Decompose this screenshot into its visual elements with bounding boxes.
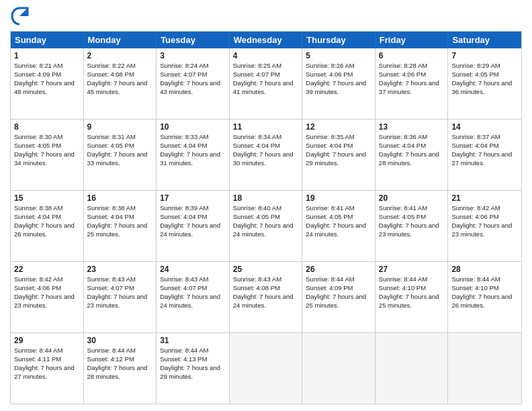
daylight: Daylight: 7 hours and 36 minutes.: [451, 79, 512, 95]
cal-cell-day-25: 25Sunrise: 8:43 AMSunset: 4:08 PMDayligh…: [230, 262, 303, 332]
cal-cell-day-31: 31Sunrise: 8:44 AMSunset: 4:13 PMDayligh…: [157, 333, 230, 404]
daylight: Daylight: 7 hours and 37 minutes.: [379, 79, 439, 95]
daylight: Daylight: 7 hours and 24 minutes.: [160, 293, 220, 309]
cal-week-2: 8Sunrise: 8:30 AMSunset: 4:05 PMDaylight…: [11, 120, 521, 191]
cal-cell-day-17: 17Sunrise: 8:39 AMSunset: 4:04 PMDayligh…: [157, 191, 230, 261]
sunrise: Sunrise: 8:43 AM: [87, 275, 136, 283]
daylight: Daylight: 7 hours and 24 minutes.: [233, 293, 294, 309]
daylight: Daylight: 7 hours and 23 minutes.: [14, 293, 75, 309]
sunset: Sunset: 4:06 PM: [306, 71, 353, 78]
sunrise: Sunrise: 8:22 AM: [87, 62, 136, 69]
sunrise: Sunrise: 8:39 AM: [160, 204, 208, 212]
daylight: Daylight: 7 hours and 25 minutes.: [87, 222, 148, 238]
sunset: Sunset: 4:10 PM: [451, 284, 498, 291]
cal-cell-day-5: 5Sunrise: 8:26 AMSunset: 4:06 PMDaylight…: [302, 48, 375, 119]
cal-week-3: 15Sunrise: 8:38 AMSunset: 4:04 PMDayligh…: [11, 191, 521, 262]
day-number: 1: [14, 50, 80, 61]
cal-cell-day-30: 30Sunrise: 8:44 AMSunset: 4:12 PMDayligh…: [84, 333, 157, 404]
cal-cell-day-12: 12Sunrise: 8:35 AMSunset: 4:04 PMDayligh…: [302, 120, 375, 190]
cal-week-4: 22Sunrise: 8:42 AMSunset: 4:06 PMDayligh…: [11, 262, 521, 333]
day-number: 26: [306, 264, 371, 275]
day-number: 8: [14, 122, 80, 132]
sunset: Sunset: 4:04 PM: [87, 213, 134, 220]
cal-header-friday: Friday: [375, 32, 449, 48]
sunset: Sunset: 4:05 PM: [87, 142, 134, 149]
cal-cell-day-1: 1Sunrise: 8:21 AMSunset: 4:09 PMDaylight…: [11, 48, 84, 119]
sunrise: Sunrise: 8:29 AM: [451, 62, 500, 69]
calendar-body: 1Sunrise: 8:21 AMSunset: 4:09 PMDaylight…: [11, 48, 521, 404]
day-number: 5: [306, 50, 371, 61]
daylight: Daylight: 7 hours and 24 minutes.: [233, 222, 294, 238]
svg-marker-0: [19, 8, 28, 16]
daylight: Daylight: 7 hours and 23 minutes.: [379, 222, 439, 238]
day-number: 16: [87, 193, 153, 203]
daylight: Daylight: 7 hours and 28 minutes.: [379, 150, 439, 167]
header: [10, 7, 522, 26]
sunrise: Sunrise: 8:30 AM: [14, 133, 62, 140]
cal-cell-day-6: 6Sunrise: 8:28 AMSunset: 4:06 PMDaylight…: [375, 48, 449, 119]
cal-header-tuesday: Tuesday: [157, 32, 230, 48]
sunset: Sunset: 4:07 PM: [160, 284, 207, 291]
sunrise: Sunrise: 8:25 AM: [233, 62, 281, 69]
cal-header-saturday: Saturday: [448, 32, 521, 48]
cal-cell-day-7: 7Sunrise: 8:29 AMSunset: 4:05 PMDaylight…: [448, 48, 521, 119]
sunrise: Sunrise: 8:34 AM: [233, 133, 281, 140]
cal-cell-day-18: 18Sunrise: 8:40 AMSunset: 4:05 PMDayligh…: [230, 191, 303, 261]
cal-cell-day-22: 22Sunrise: 8:42 AMSunset: 4:06 PMDayligh…: [11, 262, 84, 332]
cal-cell-day-16: 16Sunrise: 8:38 AMSunset: 4:04 PMDayligh…: [84, 191, 157, 261]
day-number: 19: [306, 193, 371, 203]
daylight: Daylight: 7 hours and 48 minutes.: [14, 79, 75, 95]
sunset: Sunset: 4:12 PM: [87, 355, 134, 363]
sunrise: Sunrise: 8:37 AM: [451, 133, 500, 140]
daylight: Daylight: 7 hours and 27 minutes.: [451, 150, 512, 167]
sunrise: Sunrise: 8:35 AM: [306, 133, 354, 140]
day-number: 22: [14, 264, 80, 275]
cal-cell-day-19: 19Sunrise: 8:41 AMSunset: 4:05 PMDayligh…: [302, 191, 375, 261]
sunset: Sunset: 4:05 PM: [233, 213, 280, 220]
sunrise: Sunrise: 8:42 AM: [14, 275, 62, 283]
sunrise: Sunrise: 8:44 AM: [14, 347, 62, 354]
cal-header-wednesday: Wednesday: [230, 32, 303, 48]
daylight: Daylight: 7 hours and 26 minutes.: [451, 293, 512, 309]
sunrise: Sunrise: 8:41 AM: [306, 204, 354, 212]
cal-week-5: 29Sunrise: 8:44 AMSunset: 4:11 PMDayligh…: [11, 333, 521, 404]
day-number: 29: [14, 335, 80, 346]
cal-cell-day-21: 21Sunrise: 8:42 AMSunset: 4:06 PMDayligh…: [448, 191, 521, 261]
sunset: Sunset: 4:06 PM: [451, 213, 498, 220]
cal-cell-empty: [302, 333, 375, 404]
cal-cell-day-27: 27Sunrise: 8:44 AMSunset: 4:10 PMDayligh…: [375, 262, 449, 332]
sunrise: Sunrise: 8:24 AM: [160, 62, 208, 69]
cal-cell-day-28: 28Sunrise: 8:44 AMSunset: 4:10 PMDayligh…: [448, 262, 521, 332]
sunset: Sunset: 4:04 PM: [233, 142, 280, 149]
day-number: 15: [14, 193, 80, 203]
sunset: Sunset: 4:05 PM: [14, 142, 61, 149]
sunrise: Sunrise: 8:41 AM: [379, 204, 427, 212]
daylight: Daylight: 7 hours and 30 minutes.: [233, 150, 294, 167]
sunrise: Sunrise: 8:21 AM: [14, 62, 62, 69]
sunrise: Sunrise: 8:44 AM: [160, 347, 208, 354]
day-number: 21: [451, 193, 518, 203]
sunset: Sunset: 4:10 PM: [379, 284, 426, 291]
sunrise: Sunrise: 8:40 AM: [233, 204, 281, 212]
day-number: 27: [379, 264, 445, 275]
sunrise: Sunrise: 8:26 AM: [306, 62, 354, 69]
daylight: Daylight: 7 hours and 41 minutes.: [233, 79, 294, 95]
sunrise: Sunrise: 8:36 AM: [379, 133, 427, 140]
daylight: Daylight: 7 hours and 39 minutes.: [306, 79, 366, 95]
day-number: 10: [160, 122, 226, 132]
sunset: Sunset: 4:07 PM: [87, 284, 134, 291]
sunrise: Sunrise: 8:33 AM: [160, 133, 208, 140]
daylight: Daylight: 7 hours and 29 minutes.: [306, 150, 366, 167]
calendar: SundayMondayTuesdayWednesdayThursdayFrid…: [10, 31, 522, 404]
day-number: 17: [160, 193, 226, 203]
cal-cell-day-24: 24Sunrise: 8:43 AMSunset: 4:07 PMDayligh…: [157, 262, 230, 332]
sunset: Sunset: 4:09 PM: [14, 71, 61, 78]
calendar-header: SundayMondayTuesdayWednesdayThursdayFrid…: [11, 32, 521, 48]
sunset: Sunset: 4:06 PM: [379, 71, 426, 78]
day-number: 3: [160, 50, 226, 61]
day-number: 18: [233, 193, 299, 203]
daylight: Daylight: 7 hours and 24 minutes.: [160, 222, 220, 238]
cal-cell-day-8: 8Sunrise: 8:30 AMSunset: 4:05 PMDaylight…: [11, 120, 84, 190]
day-number: 20: [379, 193, 445, 203]
day-number: 23: [87, 264, 153, 275]
